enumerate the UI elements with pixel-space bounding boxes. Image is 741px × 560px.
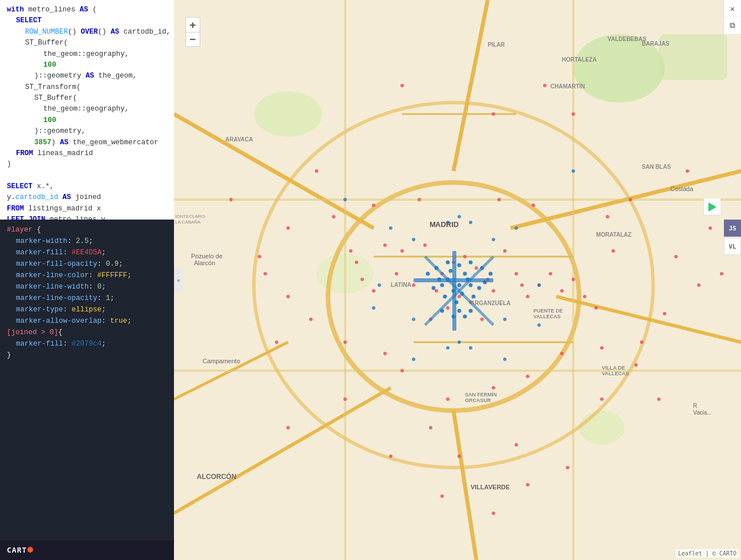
svg-point-105 bbox=[469, 283, 473, 287]
svg-point-117 bbox=[457, 309, 461, 313]
svg-point-90 bbox=[600, 346, 604, 350]
svg-point-73 bbox=[492, 112, 495, 116]
svg-text:PILAR: PILAR bbox=[488, 42, 505, 48]
close-button[interactable]: ✕ bbox=[724, 0, 741, 17]
svg-point-71 bbox=[332, 215, 335, 218]
left-panel: with metro_lines AS ( SELECT ROW_NUMBER(… bbox=[0, 0, 174, 560]
svg-point-126 bbox=[469, 261, 473, 265]
zoom-controls: + − bbox=[185, 17, 200, 47]
svg-point-52 bbox=[594, 306, 598, 310]
svg-point-103 bbox=[463, 272, 467, 276]
svg-text:Coslada: Coslada bbox=[670, 185, 694, 192]
svg-point-76 bbox=[532, 204, 535, 207]
svg-point-98 bbox=[526, 483, 529, 486]
svg-text:ORCASUR: ORCASUR bbox=[465, 397, 491, 403]
svg-point-120 bbox=[469, 309, 473, 313]
svg-text:VALLECAS: VALLECAS bbox=[602, 371, 629, 376]
svg-point-44 bbox=[549, 272, 552, 275]
svg-point-95 bbox=[720, 272, 723, 275]
svg-point-59 bbox=[600, 397, 604, 401]
svg-text:Campamento: Campamento bbox=[203, 358, 240, 364]
svg-point-122 bbox=[489, 272, 493, 276]
svg-point-141 bbox=[372, 306, 375, 310]
svg-text:PUENTE DE: PUENTE DE bbox=[533, 308, 563, 314]
svg-point-123 bbox=[426, 272, 430, 276]
svg-point-89 bbox=[343, 340, 347, 344]
svg-point-37 bbox=[480, 318, 484, 321]
svg-point-34 bbox=[515, 272, 518, 275]
copy-button[interactable]: ⧉ bbox=[724, 17, 741, 34]
svg-point-68 bbox=[457, 455, 461, 458]
carto-logo: CART bbox=[7, 546, 33, 554]
svg-point-67 bbox=[400, 84, 404, 87]
svg-point-124 bbox=[457, 263, 461, 267]
js-tab-button[interactable]: JS bbox=[724, 220, 741, 237]
svg-point-138 bbox=[492, 238, 495, 241]
css-editor[interactable]: #layer { marker-width: 2.5; marker-fill:… bbox=[0, 220, 174, 539]
carto-dot-icon bbox=[27, 547, 33, 553]
right-sidebar: JS VL bbox=[724, 220, 741, 256]
svg-point-57 bbox=[674, 255, 678, 258]
zoom-in-button[interactable]: + bbox=[185, 17, 200, 32]
svg-point-145 bbox=[469, 221, 472, 224]
svg-point-63 bbox=[275, 340, 278, 344]
bottom-bar: CART bbox=[0, 539, 174, 560]
run-button[interactable] bbox=[703, 198, 720, 216]
svg-rect-130 bbox=[414, 278, 493, 282]
svg-point-134 bbox=[515, 226, 518, 230]
svg-point-100 bbox=[389, 455, 392, 458]
svg-point-25 bbox=[475, 266, 478, 270]
svg-text:SAN BLAS: SAN BLAS bbox=[642, 164, 671, 170]
svg-text:SAN FERMÍN: SAN FERMÍN bbox=[465, 392, 497, 397]
svg-point-87 bbox=[526, 375, 529, 378]
svg-text:BARAJAS: BARAJAS bbox=[642, 40, 670, 47]
svg-text:IONTECLARO-: IONTECLARO- bbox=[175, 214, 206, 219]
svg-point-150 bbox=[343, 198, 347, 201]
svg-point-40 bbox=[372, 289, 375, 293]
svg-point-2 bbox=[254, 91, 322, 137]
svg-point-142 bbox=[537, 323, 541, 327]
svg-point-96 bbox=[440, 494, 444, 498]
svg-point-112 bbox=[472, 295, 476, 299]
svg-point-47 bbox=[355, 261, 358, 264]
svg-rect-129 bbox=[452, 251, 456, 331]
zoom-out-button[interactable]: − bbox=[185, 32, 200, 47]
svg-point-48 bbox=[349, 249, 353, 253]
sql-editor[interactable]: with metro_lines AS ( SELECT ROW_NUMBER(… bbox=[0, 0, 174, 220]
vl-tab-button[interactable]: VL bbox=[724, 238, 741, 255]
svg-point-27 bbox=[435, 289, 438, 293]
svg-point-53 bbox=[315, 169, 318, 173]
svg-point-139 bbox=[503, 318, 507, 321]
svg-point-49 bbox=[383, 244, 387, 247]
svg-point-86 bbox=[446, 397, 450, 401]
svg-point-143 bbox=[457, 215, 461, 218]
svg-point-135 bbox=[378, 283, 381, 287]
svg-point-62 bbox=[640, 340, 643, 344]
svg-point-74 bbox=[418, 198, 421, 201]
svg-point-35 bbox=[412, 283, 415, 287]
map-attribution: Leaflet | © CARTO bbox=[676, 549, 739, 558]
svg-point-118 bbox=[463, 315, 467, 319]
svg-point-45 bbox=[560, 289, 564, 293]
svg-point-94 bbox=[708, 226, 712, 230]
svg-point-106 bbox=[440, 283, 444, 287]
svg-point-148 bbox=[469, 346, 472, 350]
svg-text:ARAVACA: ARAVACA bbox=[225, 136, 253, 143]
svg-point-113 bbox=[477, 286, 481, 290]
svg-point-91 bbox=[634, 363, 638, 367]
svg-point-108 bbox=[449, 269, 453, 273]
svg-point-147 bbox=[446, 346, 450, 350]
svg-point-65 bbox=[229, 198, 233, 201]
svg-point-29 bbox=[423, 244, 427, 247]
svg-point-69 bbox=[657, 397, 661, 401]
svg-point-42 bbox=[526, 295, 529, 298]
svg-point-102 bbox=[457, 283, 461, 287]
svg-point-79 bbox=[286, 295, 290, 298]
collapse-handle[interactable]: « bbox=[174, 269, 183, 291]
svg-text:Vacia...: Vacia... bbox=[693, 409, 712, 416]
svg-point-115 bbox=[432, 286, 436, 290]
svg-point-46 bbox=[572, 278, 575, 281]
svg-point-83 bbox=[560, 352, 564, 355]
map-background[interactable]: + − « bbox=[174, 0, 741, 560]
svg-point-51 bbox=[583, 295, 586, 298]
